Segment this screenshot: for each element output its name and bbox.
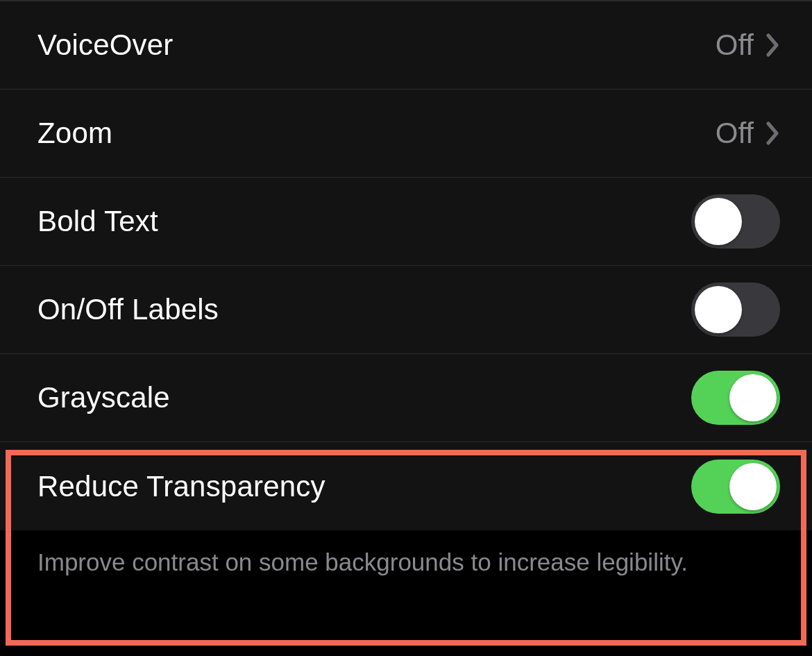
row-value: Off [716,28,754,62]
section-footer: Improve contrast on some backgrounds to … [0,530,812,599]
row-label: VoiceOver [37,28,174,62]
switch-grayscale[interactable] [691,371,780,425]
switch-knob [729,374,777,421]
row-reduce-transparency: Reduce Transparency [0,442,812,530]
accessibility-settings-page: VoiceOver Off Zoom Off Bold Text [0,0,812,656]
chevron-right-icon [766,33,780,57]
switch-reduce-transparency[interactable] [691,460,780,514]
row-onoff-labels: On/Off Labels [0,266,812,354]
row-label: On/Off Labels [37,293,219,326]
switch-onoff-labels[interactable] [691,283,780,337]
row-value: Off [716,117,754,150]
row-voiceover[interactable]: VoiceOver Off [0,1,812,90]
settings-list: VoiceOver Off Zoom Off Bold Text [0,0,812,530]
row-label: Zoom [37,117,112,150]
row-zoom[interactable]: Zoom Off [0,90,812,178]
switch-bold-text[interactable] [691,194,780,249]
row-grayscale: Grayscale [0,354,812,442]
switch-knob [695,198,742,245]
switch-knob [729,463,777,510]
row-bold-text: Bold Text [0,178,812,266]
switch-knob [695,286,742,333]
row-label: Reduce Transparency [37,470,325,503]
chevron-right-icon [766,121,780,145]
row-label: Grayscale [37,381,170,414]
row-label: Bold Text [37,205,158,238]
